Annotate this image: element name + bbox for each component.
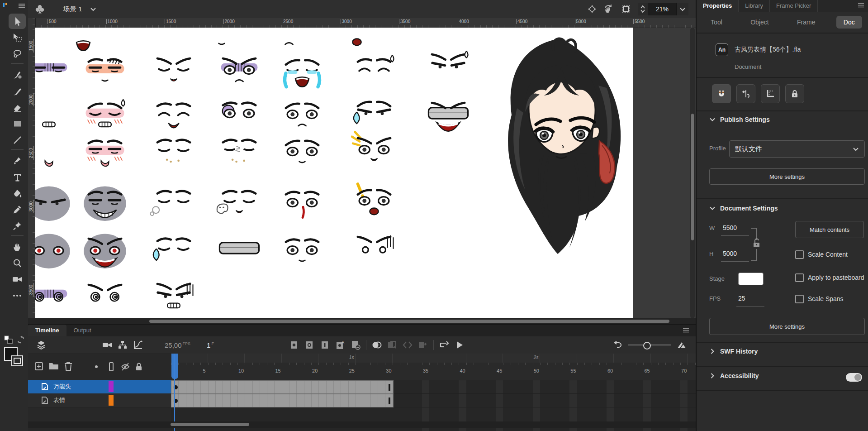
frame-span[interactable] bbox=[171, 380, 394, 394]
center-stage-icon[interactable] bbox=[587, 4, 597, 14]
tab-properties[interactable]: Properties bbox=[697, 0, 739, 12]
layer-parenting-icon[interactable] bbox=[115, 338, 130, 352]
zoom-stepper[interactable] bbox=[638, 3, 648, 15]
match-contents-button[interactable]: Match contents bbox=[795, 221, 864, 238]
fps-display[interactable]: 25,00FPS bbox=[165, 341, 190, 349]
graph-editor-icon[interactable] bbox=[130, 338, 146, 352]
highlight-layers-icon[interactable] bbox=[94, 364, 99, 369]
frame-span[interactable] bbox=[171, 394, 394, 407]
more-tools[interactable] bbox=[9, 288, 26, 303]
stage-color-swatch[interactable] bbox=[738, 273, 764, 285]
clip-to-stage-icon[interactable] bbox=[621, 4, 631, 14]
zoom-dropdown-chevron-icon[interactable] bbox=[676, 3, 688, 15]
canvas-vertical-scrollbar[interactable] bbox=[690, 28, 695, 318]
fluid-brush-tool[interactable] bbox=[9, 67, 26, 82]
snap-to-objects-button[interactable] bbox=[712, 84, 731, 103]
docked-panel-icon[interactable] bbox=[3, 2, 9, 8]
line-tool[interactable] bbox=[9, 132, 26, 148]
main-scene-icon[interactable] bbox=[34, 4, 45, 14]
new-folder-icon[interactable] bbox=[49, 362, 59, 370]
insert-keyframe-icon[interactable] bbox=[286, 338, 302, 352]
delete-frame-icon[interactable] bbox=[348, 338, 363, 352]
insert-frame-icon[interactable] bbox=[317, 338, 332, 352]
layer-frame-row[interactable] bbox=[171, 380, 696, 394]
accessibility-toggle[interactable] bbox=[846, 373, 862, 382]
play-button-icon[interactable] bbox=[452, 338, 467, 352]
layer-color-swatch[interactable] bbox=[109, 381, 114, 392]
show-layers-icon[interactable] bbox=[33, 338, 49, 352]
auto-keyframe-icon[interactable]: A bbox=[332, 338, 348, 352]
publish-settings-header[interactable]: Publish Settings bbox=[709, 116, 770, 123]
swap-colors-icon[interactable] bbox=[16, 335, 25, 344]
timeline-horizontal-scrollbar[interactable] bbox=[28, 421, 696, 428]
free-transform-tool[interactable] bbox=[9, 30, 26, 45]
classic-brush-tool[interactable] bbox=[9, 83, 26, 99]
hand-tool[interactable] bbox=[9, 239, 26, 254]
apply-to-pasteboard-checkbox[interactable] bbox=[795, 273, 804, 282]
scale-content-checkbox[interactable] bbox=[795, 250, 804, 259]
subtab-object[interactable]: Object bbox=[743, 16, 776, 29]
eyedropper-tool[interactable] bbox=[9, 202, 26, 217]
document-settings-header[interactable]: Document Settings bbox=[709, 205, 778, 212]
rotate-view-icon[interactable] bbox=[603, 4, 614, 14]
add-camera-icon[interactable] bbox=[100, 338, 115, 352]
layer-frame-row[interactable] bbox=[171, 393, 696, 407]
layer-row[interactable]: 万能头 bbox=[28, 380, 171, 394]
tab-library[interactable]: Library bbox=[739, 0, 770, 12]
delete-layer-icon[interactable] bbox=[64, 362, 72, 371]
fps-value[interactable]: 25 bbox=[738, 295, 745, 302]
layer-row[interactable]: 表情 bbox=[28, 393, 171, 407]
default-colors-icon[interactable] bbox=[4, 335, 14, 345]
eraser-tool[interactable] bbox=[9, 100, 26, 115]
lasso-tool[interactable] bbox=[9, 46, 26, 62]
document-more-settings-button[interactable]: More settings bbox=[709, 318, 865, 335]
snap-to-pixels-button[interactable] bbox=[761, 84, 780, 103]
onion-skin-icon[interactable] bbox=[369, 338, 384, 352]
fill-stroke-color-swatch[interactable] bbox=[4, 347, 24, 367]
lock-snap-button[interactable] bbox=[785, 84, 804, 103]
rectangle-tool[interactable] bbox=[9, 116, 26, 131]
stage[interactable] bbox=[35, 28, 633, 318]
hide-layers-icon[interactable] bbox=[120, 362, 130, 372]
frame-actions-icon[interactable] bbox=[400, 338, 415, 352]
selection-tool[interactable] bbox=[9, 14, 26, 29]
timeline-panel-menu-icon[interactable] bbox=[683, 327, 689, 333]
zoom-value[interactable]: 21% bbox=[648, 5, 676, 13]
asset-warp-tool[interactable] bbox=[9, 218, 26, 234]
lock-layers-icon[interactable] bbox=[135, 362, 143, 372]
tab-frame-picker[interactable]: Frame Picker bbox=[770, 0, 818, 12]
link-wh-icon[interactable] bbox=[750, 225, 764, 263]
properties-panel-menu-icon[interactable] bbox=[858, 2, 864, 8]
edit-multiple-frames-icon[interactable] bbox=[384, 338, 400, 352]
onion-range-slider[interactable] bbox=[628, 345, 671, 345]
toolbar-menu-icon[interactable] bbox=[18, 3, 25, 9]
width-value[interactable]: 5500 bbox=[723, 224, 737, 231]
scene-dropdown-chevron-icon[interactable] bbox=[90, 5, 97, 13]
frame-ruler[interactable]: 510152025303540455055606570 bbox=[171, 363, 696, 380]
profile-select[interactable]: 默认文件 bbox=[729, 140, 865, 158]
camera-tool[interactable] bbox=[9, 272, 26, 287]
accessibility-header[interactable]: Accessibility bbox=[709, 372, 759, 379]
swf-history-header[interactable]: SWF History bbox=[709, 348, 758, 355]
text-tool[interactable] bbox=[9, 169, 26, 185]
insert-blank-keyframe-icon[interactable] bbox=[302, 338, 317, 352]
snap-align-button[interactable] bbox=[736, 84, 755, 103]
scale-spans-checkbox[interactable] bbox=[795, 295, 804, 303]
create-tween-icon[interactable] bbox=[415, 338, 431, 352]
reset-onion-icon[interactable] bbox=[612, 341, 622, 349]
publish-more-settings-button[interactable]: More settings bbox=[709, 168, 865, 185]
canvas-horizontal-scrollbar[interactable] bbox=[28, 318, 696, 324]
subtab-doc[interactable]: Doc bbox=[836, 16, 862, 29]
paint-bucket-tool[interactable] bbox=[9, 186, 26, 201]
subtab-tool[interactable]: Tool bbox=[703, 16, 730, 29]
outline-view-icon[interactable] bbox=[108, 362, 115, 372]
subtab-frame[interactable]: Frame bbox=[790, 16, 822, 29]
onion-skin-range-icon[interactable] bbox=[677, 340, 688, 350]
pen-tool[interactable] bbox=[9, 153, 26, 168]
playhead-marker[interactable] bbox=[171, 354, 178, 379]
tab-timeline[interactable]: Timeline bbox=[28, 325, 66, 336]
zoom-tool[interactable] bbox=[9, 255, 26, 271]
frame-area[interactable]: 1s2s 510152025303540455055606570 bbox=[171, 354, 696, 431]
current-frame-display[interactable]: 1F bbox=[207, 341, 214, 349]
loop-playback-icon[interactable] bbox=[436, 338, 452, 352]
